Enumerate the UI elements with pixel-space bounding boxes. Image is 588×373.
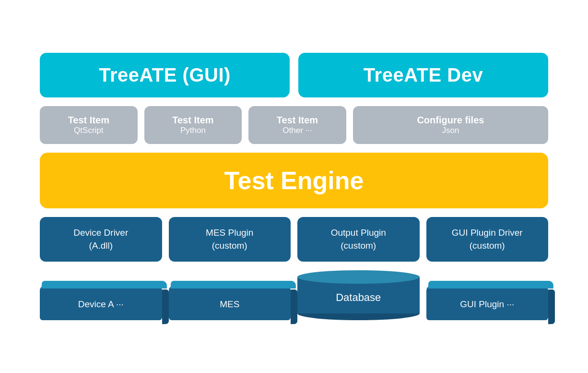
test-item-python: Test Item Python — [144, 106, 242, 144]
mes-cube-top — [170, 281, 295, 289]
device-a-cube-front: Device A ··· — [40, 286, 162, 320]
mes-plugin-box: MES Plugin(custom) — [169, 217, 291, 262]
device-a-label: Device A ··· — [78, 299, 124, 309]
mes-cube-side — [291, 289, 297, 324]
device-a-cube: Device A ··· — [40, 286, 162, 320]
test-item-python-subtitle: Python — [152, 126, 235, 135]
treeate-gui-box: TreeATE (GUI) — [40, 53, 290, 97]
mes-label: MES — [220, 299, 239, 309]
treeate-dev-box: TreeATE Dev — [298, 53, 548, 97]
gui-plugin-driver-label: GUI Plugin Driver(custom) — [452, 228, 523, 251]
database-label: Database — [336, 291, 381, 303]
database-cylinder-top — [297, 270, 420, 284]
blue-plugin-row: Device Driver(A.dll) MES Plugin(custom) … — [40, 217, 548, 262]
configure-files-subtitle: Json — [361, 126, 541, 135]
gui-plugin-cube-side — [548, 289, 555, 324]
output-plugin-label: Output Plugin(custom) — [331, 228, 386, 251]
treeate-gui-label: TreeATE (GUI) — [99, 64, 231, 85]
mes-wrap: MES — [169, 286, 291, 320]
configure-files-json: Configure files Json — [353, 106, 548, 144]
database-cylinder: Database — [297, 270, 420, 320]
gray-row: Test Item QtScript Test Item Python Test… — [40, 106, 548, 144]
device-a-cube-top — [42, 281, 167, 289]
gui-plugin-cube: GUI Plugin ··· — [426, 286, 549, 320]
device-a-cube-side — [162, 289, 169, 324]
test-item-python-title: Test Item — [152, 115, 235, 126]
gui-plugin-cube-top — [428, 281, 553, 289]
mes-cube: MES — [169, 286, 291, 320]
gui-plugin-label: GUI Plugin ··· — [460, 299, 514, 309]
gui-plugin-cube-front: GUI Plugin ··· — [426, 286, 549, 320]
gui-plugin-wrap: GUI Plugin ··· — [426, 286, 549, 320]
bottom-row: Device A ··· MES Database — [40, 270, 548, 320]
test-item-other: Test Item Other ··· — [248, 106, 346, 144]
test-item-other-subtitle: Other ··· — [256, 126, 339, 135]
device-driver-label: Device Driver(A.dll) — [73, 228, 128, 251]
mes-plugin-label: MES Plugin(custom) — [206, 228, 253, 251]
treeate-dev-label: TreeATE Dev — [364, 64, 483, 85]
test-item-qtscript-title: Test Item — [47, 115, 130, 126]
configure-files-title: Configure files — [361, 115, 541, 126]
architecture-diagram: TreeATE (GUI) TreeATE Dev Test Item QtSc… — [30, 38, 558, 335]
mes-cube-front: MES — [169, 286, 291, 320]
top-row: TreeATE (GUI) TreeATE Dev — [40, 53, 548, 97]
test-item-other-title: Test Item — [256, 115, 339, 126]
device-a-wrap: Device A ··· — [40, 286, 162, 320]
output-plugin-box: Output Plugin(custom) — [297, 217, 420, 262]
test-item-qtscript-subtitle: QtScript — [47, 126, 130, 135]
gui-plugin-driver-box: GUI Plugin Driver(custom) — [426, 217, 549, 262]
test-item-qtscript: Test Item QtScript — [40, 106, 138, 144]
database-wrap: Database — [297, 270, 420, 320]
device-driver-box: Device Driver(A.dll) — [40, 217, 162, 262]
test-engine-label: Test Engine — [224, 167, 364, 194]
test-engine-box: Test Engine — [40, 153, 548, 208]
